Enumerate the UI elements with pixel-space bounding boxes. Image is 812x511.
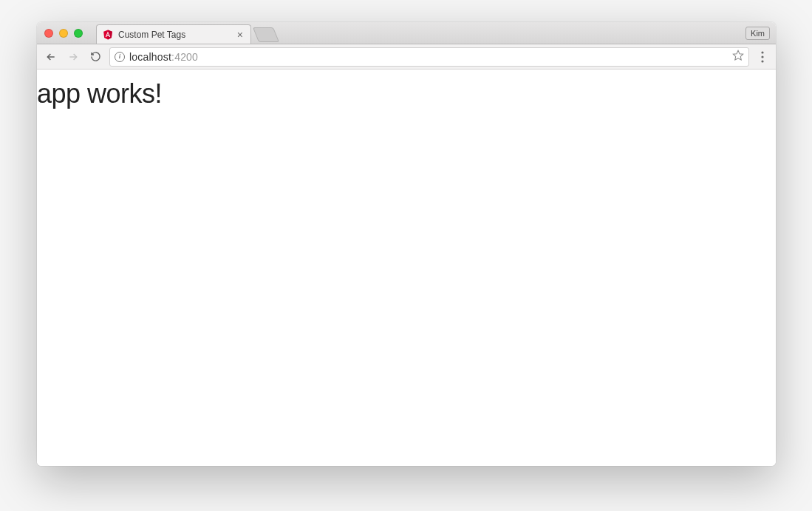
url-host: localhost	[129, 51, 171, 63]
svg-marker-2	[733, 50, 743, 60]
page-viewport: app works!	[37, 70, 776, 466]
profile-badge[interactable]: Kim	[746, 27, 770, 40]
bookmark-star-icon[interactable]	[732, 50, 744, 64]
address-bar[interactable]: i localhost:4200	[109, 47, 749, 67]
page-heading: app works!	[37, 78, 776, 109]
maximize-window-icon[interactable]	[74, 29, 83, 38]
new-tab-button[interactable]	[253, 27, 279, 42]
profile-name: Kim	[751, 29, 765, 38]
titlebar: Custom Pet Tags × Kim	[37, 22, 776, 44]
window-controls	[44, 29, 83, 38]
angular-favicon-icon	[103, 30, 113, 40]
forward-button[interactable]	[65, 49, 81, 65]
close-window-icon[interactable]	[44, 29, 53, 38]
tabstrip: Custom Pet Tags ×	[96, 22, 276, 44]
toolbar: i localhost:4200	[37, 44, 776, 70]
close-tab-icon[interactable]: ×	[236, 30, 245, 40]
reload-button[interactable]	[87, 49, 103, 65]
site-info-icon[interactable]: i	[115, 52, 125, 62]
url-text: localhost:4200	[129, 51, 728, 63]
minimize-window-icon[interactable]	[59, 29, 68, 38]
browser-window: Custom Pet Tags × Kim i localhost:4200	[37, 22, 776, 466]
svg-point-4	[761, 55, 763, 58]
back-button[interactable]	[43, 49, 59, 65]
url-port: :4200	[171, 51, 198, 63]
browser-menu-button[interactable]	[755, 47, 770, 67]
tab-active[interactable]: Custom Pet Tags ×	[96, 24, 251, 44]
svg-point-5	[761, 60, 763, 62]
svg-point-3	[761, 51, 763, 53]
tab-title: Custom Pet Tags	[118, 30, 185, 40]
